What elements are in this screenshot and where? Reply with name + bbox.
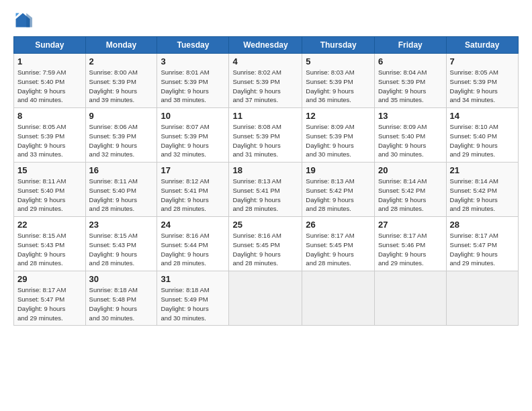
calendar-cell: 28Sunrise: 8:17 AM Sunset: 5:47 PM Dayli… bbox=[446, 217, 518, 271]
day-header-tuesday: Tuesday bbox=[157, 37, 229, 54]
calendar-cell: 1Sunrise: 7:59 AM Sunset: 5:40 PM Daylig… bbox=[14, 54, 86, 108]
calendar-cell: 27Sunrise: 8:17 AM Sunset: 5:46 PM Dayli… bbox=[375, 217, 447, 271]
day-number: 25 bbox=[232, 220, 298, 230]
day-number: 16 bbox=[89, 165, 154, 175]
day-number: 20 bbox=[378, 165, 443, 175]
day-number: 11 bbox=[232, 111, 298, 121]
calendar-cell: 6Sunrise: 8:04 AM Sunset: 5:39 PM Daylig… bbox=[375, 54, 447, 108]
week-row-0: 1Sunrise: 7:59 AM Sunset: 5:40 PM Daylig… bbox=[14, 54, 519, 108]
calendar-cell: 26Sunrise: 8:17 AM Sunset: 5:45 PM Dayli… bbox=[302, 217, 375, 271]
day-number: 24 bbox=[161, 220, 225, 230]
calendar-cell: 11Sunrise: 8:08 AM Sunset: 5:39 PM Dayli… bbox=[229, 108, 302, 163]
day-info: Sunrise: 8:04 AM Sunset: 5:39 PM Dayligh… bbox=[378, 68, 443, 105]
day-info: Sunrise: 8:05 AM Sunset: 5:39 PM Dayligh… bbox=[17, 122, 82, 159]
week-row-4: 29Sunrise: 8:17 AM Sunset: 5:47 PM Dayli… bbox=[14, 271, 519, 326]
calendar-cell: 19Sunrise: 8:13 AM Sunset: 5:42 PM Dayli… bbox=[302, 163, 375, 217]
day-number: 1 bbox=[17, 56, 82, 66]
day-number: 28 bbox=[450, 220, 515, 230]
day-number: 30 bbox=[89, 274, 154, 284]
logo bbox=[13, 11, 35, 30]
day-number: 10 bbox=[161, 111, 225, 121]
day-info: Sunrise: 8:07 AM Sunset: 5:39 PM Dayligh… bbox=[161, 122, 225, 159]
day-number: 9 bbox=[89, 111, 154, 121]
week-row-1: 8Sunrise: 8:05 AM Sunset: 5:39 PM Daylig… bbox=[14, 108, 519, 163]
day-info: Sunrise: 8:11 AM Sunset: 5:40 PM Dayligh… bbox=[89, 177, 154, 214]
day-number: 7 bbox=[450, 56, 515, 66]
week-row-2: 15Sunrise: 8:11 AM Sunset: 5:40 PM Dayli… bbox=[14, 163, 519, 217]
day-info: Sunrise: 8:17 AM Sunset: 5:45 PM Dayligh… bbox=[306, 231, 371, 268]
calendar-cell: 23Sunrise: 8:15 AM Sunset: 5:43 PM Dayli… bbox=[85, 217, 157, 271]
day-number: 31 bbox=[161, 274, 225, 284]
calendar-cell: 14Sunrise: 8:10 AM Sunset: 5:40 PM Dayli… bbox=[446, 108, 518, 163]
day-number: 17 bbox=[161, 165, 225, 175]
calendar-cell: 5Sunrise: 8:03 AM Sunset: 5:39 PM Daylig… bbox=[302, 54, 375, 108]
day-number: 18 bbox=[232, 165, 298, 175]
day-number: 4 bbox=[232, 56, 298, 66]
day-number: 27 bbox=[378, 220, 443, 230]
day-info: Sunrise: 7:59 AM Sunset: 5:40 PM Dayligh… bbox=[17, 68, 82, 105]
day-info: Sunrise: 8:16 AM Sunset: 5:45 PM Dayligh… bbox=[232, 231, 298, 268]
calendar-cell: 15Sunrise: 8:11 AM Sunset: 5:40 PM Dayli… bbox=[14, 163, 86, 217]
day-info: Sunrise: 8:13 AM Sunset: 5:41 PM Dayligh… bbox=[232, 177, 298, 214]
calendar-cell: 22Sunrise: 8:15 AM Sunset: 5:43 PM Dayli… bbox=[14, 217, 86, 271]
day-info: Sunrise: 8:15 AM Sunset: 5:43 PM Dayligh… bbox=[17, 231, 82, 268]
day-info: Sunrise: 8:00 AM Sunset: 5:39 PM Dayligh… bbox=[89, 68, 154, 105]
day-header-thursday: Thursday bbox=[302, 37, 375, 54]
calendar-cell: 21Sunrise: 8:14 AM Sunset: 5:42 PM Dayli… bbox=[446, 163, 518, 217]
day-header-saturday: Saturday bbox=[446, 37, 518, 54]
day-info: Sunrise: 8:18 AM Sunset: 5:48 PM Dayligh… bbox=[89, 285, 154, 322]
calendar-page: SundayMondayTuesdayWednesdayThursdayFrid… bbox=[0, 0, 532, 411]
calendar-cell: 9Sunrise: 8:06 AM Sunset: 5:39 PM Daylig… bbox=[85, 108, 157, 163]
header bbox=[13, 11, 519, 30]
calendar-cell bbox=[446, 271, 518, 326]
day-info: Sunrise: 8:17 AM Sunset: 5:47 PM Dayligh… bbox=[17, 285, 82, 322]
day-header-friday: Friday bbox=[375, 37, 447, 54]
day-info: Sunrise: 8:16 AM Sunset: 5:44 PM Dayligh… bbox=[161, 231, 225, 268]
day-info: Sunrise: 8:09 AM Sunset: 5:40 PM Dayligh… bbox=[378, 122, 443, 159]
calendar-cell: 10Sunrise: 8:07 AM Sunset: 5:39 PM Dayli… bbox=[157, 108, 229, 163]
day-number: 22 bbox=[17, 220, 82, 230]
calendar-cell: 24Sunrise: 8:16 AM Sunset: 5:44 PM Dayli… bbox=[157, 217, 229, 271]
calendar-cell: 31Sunrise: 8:18 AM Sunset: 5:49 PM Dayli… bbox=[157, 271, 229, 326]
day-number: 8 bbox=[17, 111, 82, 121]
calendar-cell: 2Sunrise: 8:00 AM Sunset: 5:39 PM Daylig… bbox=[85, 54, 157, 108]
calendar-table: SundayMondayTuesdayWednesdayThursdayFrid… bbox=[13, 36, 519, 326]
day-header-row: SundayMondayTuesdayWednesdayThursdayFrid… bbox=[14, 37, 519, 54]
day-info: Sunrise: 8:03 AM Sunset: 5:39 PM Dayligh… bbox=[306, 68, 371, 105]
day-info: Sunrise: 8:05 AM Sunset: 5:39 PM Dayligh… bbox=[450, 68, 515, 105]
calendar-cell: 29Sunrise: 8:17 AM Sunset: 5:47 PM Dayli… bbox=[14, 271, 86, 326]
day-info: Sunrise: 8:14 AM Sunset: 5:42 PM Dayligh… bbox=[378, 177, 443, 214]
day-info: Sunrise: 8:15 AM Sunset: 5:43 PM Dayligh… bbox=[89, 231, 154, 268]
day-header-monday: Monday bbox=[85, 37, 157, 54]
calendar-cell: 4Sunrise: 8:02 AM Sunset: 5:39 PM Daylig… bbox=[229, 54, 302, 108]
calendar-cell bbox=[302, 271, 375, 326]
week-row-3: 22Sunrise: 8:15 AM Sunset: 5:43 PM Dayli… bbox=[14, 217, 519, 271]
day-info: Sunrise: 8:10 AM Sunset: 5:40 PM Dayligh… bbox=[450, 122, 515, 159]
calendar-body: 1Sunrise: 7:59 AM Sunset: 5:40 PM Daylig… bbox=[14, 54, 519, 326]
svg-marker-1 bbox=[26, 13, 32, 28]
calendar-cell bbox=[229, 271, 302, 326]
day-number: 15 bbox=[17, 165, 82, 175]
calendar-cell: 25Sunrise: 8:16 AM Sunset: 5:45 PM Dayli… bbox=[229, 217, 302, 271]
day-info: Sunrise: 8:09 AM Sunset: 5:39 PM Dayligh… bbox=[306, 122, 371, 159]
day-number: 13 bbox=[378, 111, 443, 121]
calendar-cell: 30Sunrise: 8:18 AM Sunset: 5:48 PM Dayli… bbox=[85, 271, 157, 326]
day-number: 3 bbox=[161, 56, 225, 66]
calendar-cell: 7Sunrise: 8:05 AM Sunset: 5:39 PM Daylig… bbox=[446, 54, 518, 108]
day-info: Sunrise: 8:08 AM Sunset: 5:39 PM Dayligh… bbox=[232, 122, 298, 159]
calendar-cell: 20Sunrise: 8:14 AM Sunset: 5:42 PM Dayli… bbox=[375, 163, 447, 217]
day-header-wednesday: Wednesday bbox=[229, 37, 302, 54]
day-number: 12 bbox=[306, 111, 371, 121]
day-info: Sunrise: 8:12 AM Sunset: 5:41 PM Dayligh… bbox=[161, 177, 225, 214]
calendar-cell: 17Sunrise: 8:12 AM Sunset: 5:41 PM Dayli… bbox=[157, 163, 229, 217]
calendar-cell: 13Sunrise: 8:09 AM Sunset: 5:40 PM Dayli… bbox=[375, 108, 447, 163]
day-info: Sunrise: 8:01 AM Sunset: 5:39 PM Dayligh… bbox=[161, 68, 225, 105]
day-number: 26 bbox=[306, 220, 371, 230]
calendar-cell: 3Sunrise: 8:01 AM Sunset: 5:39 PM Daylig… bbox=[157, 54, 229, 108]
calendar-cell: 8Sunrise: 8:05 AM Sunset: 5:39 PM Daylig… bbox=[14, 108, 86, 163]
day-info: Sunrise: 8:11 AM Sunset: 5:40 PM Dayligh… bbox=[17, 177, 82, 214]
day-info: Sunrise: 8:17 AM Sunset: 5:47 PM Dayligh… bbox=[450, 231, 515, 268]
calendar-cell: 12Sunrise: 8:09 AM Sunset: 5:39 PM Dayli… bbox=[302, 108, 375, 163]
day-info: Sunrise: 8:06 AM Sunset: 5:39 PM Dayligh… bbox=[89, 122, 154, 159]
svg-marker-2 bbox=[16, 13, 19, 17]
